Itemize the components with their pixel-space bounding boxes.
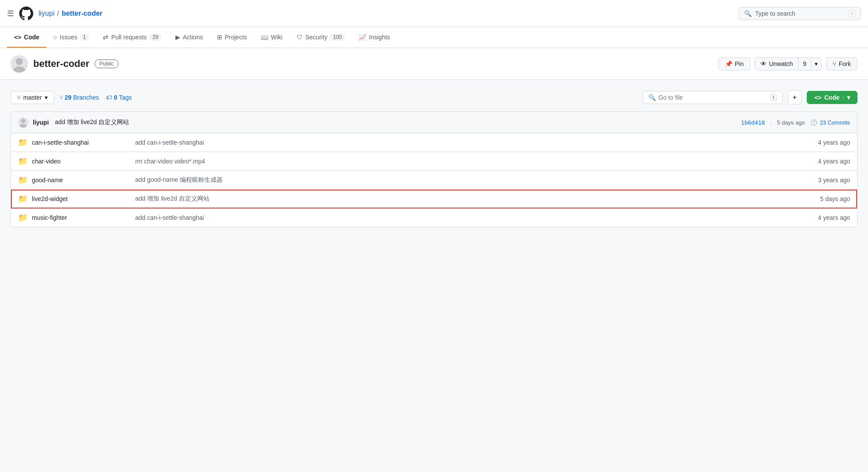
repo-name-link[interactable]: better-coder <box>62 10 102 17</box>
commits-history-link[interactable]: 🕐 23 Commits <box>810 119 850 126</box>
branch-meta: ⑂ 29 Branches 🏷 0 Tags <box>60 94 132 101</box>
pin-button[interactable]: 📌 Pin <box>718 57 750 70</box>
tab-code[interactable]: <> Code <box>7 28 46 48</box>
branch-selector[interactable]: ⑂ master ▾ <box>10 91 54 104</box>
file-commit-message: add 增加 live2d 自定义网站 <box>128 195 806 203</box>
unwatch-dropdown[interactable]: ▾ <box>811 58 821 70</box>
file-name: good-name <box>32 177 128 184</box>
add-file-button[interactable]: + <box>788 90 802 104</box>
commit-avatar <box>18 117 28 128</box>
security-badge: 100 <box>330 34 345 41</box>
projects-tab-icon: ⊞ <box>217 34 222 41</box>
search-box[interactable]: 🔍 Type to search / <box>738 7 861 20</box>
tab-wiki[interactable]: 📖 Wiki <box>254 28 289 48</box>
issues-tab-label: Issues <box>60 34 77 41</box>
table-row[interactable]: 📁 char-video rm char-video video*.mp4 4 … <box>11 152 857 171</box>
code-icon: <> <box>814 94 822 101</box>
actions-tab-icon: ▶ <box>175 34 180 41</box>
folder-icon: 📁 <box>18 138 28 147</box>
branch-icon: ⑂ <box>17 94 21 101</box>
table-row[interactable]: 📁 music-fighter add can-i-settle-shangha… <box>11 208 857 227</box>
issues-badge: 1 <box>80 34 89 41</box>
file-commit-message: add good-name 编程昵称生成器 <box>128 176 806 184</box>
goto-shortcut: t <box>770 94 777 101</box>
insights-tab-icon: 📈 <box>359 34 366 41</box>
avatar <box>10 55 28 73</box>
table-row[interactable]: 📁 can-i-settle-shanghai add can-i-settle… <box>11 133 857 152</box>
go-to-file-box[interactable]: 🔍 t <box>643 91 783 104</box>
tab-projects[interactable]: ⊞ Projects <box>210 28 254 48</box>
hamburger-icon[interactable]: ☰ <box>7 9 14 18</box>
svg-point-2 <box>21 119 25 123</box>
search-placeholder-text: Type to search <box>755 10 845 17</box>
file-table: liyupi add 增加 live2d 自定义网站 1b6d418 · 5 d… <box>10 111 858 227</box>
folder-icon: 📁 <box>18 213 28 222</box>
file-time: 4 years ago <box>806 214 850 221</box>
repo-actions: 📌 Pin 👁 Unwatch 9 ▾ ⑂ Fork <box>718 57 858 70</box>
file-name: live2d-widget <box>32 195 128 202</box>
folder-icon: 📁 <box>18 194 28 204</box>
tab-pull-requests[interactable]: ⇄ Pull requests 29 <box>96 27 168 48</box>
svg-point-1 <box>13 66 25 73</box>
table-row[interactable]: 📁 good-name add good-name 编程昵称生成器 3 year… <box>11 171 857 190</box>
fork-icon: ⑂ <box>833 60 836 67</box>
issues-tab-icon: ○ <box>53 34 57 41</box>
tab-security[interactable]: 🛡 Security 100 <box>290 28 352 48</box>
table-row[interactable]: 📁 live2d-widget add 增加 live2d 自定义网站 5 da… <box>11 190 857 208</box>
pr-tab-icon: ⇄ <box>103 33 108 41</box>
file-name-link[interactable]: live2d-widget <box>32 195 68 202</box>
svg-point-0 <box>16 58 23 65</box>
unwatch-count[interactable]: 9 <box>798 58 811 70</box>
file-name: char-video <box>32 158 128 165</box>
branches-link[interactable]: ⑂ 29 Branches <box>60 94 99 101</box>
commit-row: liyupi add 增加 live2d 自定义网站 1b6d418 · 5 d… <box>11 112 857 133</box>
top-nav: ☰ liyupi / better-coder 🔍 Type to search… <box>0 0 868 27</box>
insights-tab-label: Insights <box>369 34 390 41</box>
branch-dropdown-icon: ▾ <box>45 94 48 101</box>
file-commit-message: rm char-video video*.mp4 <box>128 158 806 165</box>
repo-title: better-coder <box>33 58 89 69</box>
folder-icon: 📁 <box>18 156 28 166</box>
file-time: 5 days ago <box>806 195 850 202</box>
tags-link[interactable]: 🏷 0 Tags <box>106 94 132 101</box>
fork-button[interactable]: ⑂ Fork <box>826 57 858 70</box>
commit-hash[interactable]: 1b6d418 <box>741 119 765 126</box>
tab-issues[interactable]: ○ Issues 1 <box>46 28 96 48</box>
search-icon: 🔍 <box>648 94 656 101</box>
commit-meta: 1b6d418 · 5 days ago 🕐 23 Commits <box>741 119 850 126</box>
wiki-tab-icon: 📖 <box>261 34 268 41</box>
eye-icon: 👁 <box>760 60 766 67</box>
file-name-link[interactable]: good-name <box>32 177 63 184</box>
actions-tab-label: Actions <box>183 34 203 41</box>
repo-header: better-coder Public 📌 Pin 👁 Unwatch 9 ▾ … <box>0 48 868 80</box>
svg-point-3 <box>19 124 27 128</box>
visibility-badge: Public <box>94 59 119 68</box>
file-name: can-i-settle-shanghai <box>32 139 128 146</box>
code-button[interactable]: <> Code ▾ <box>807 91 858 104</box>
file-name: music-fighter <box>32 214 128 221</box>
pr-badge: 29 <box>149 34 161 41</box>
tab-insights[interactable]: 📈 Insights <box>352 28 397 48</box>
repo-nav: <> Code ○ Issues 1 ⇄ Pull requests 29 ▶ … <box>0 27 868 48</box>
breadcrumb-separator: / <box>57 10 59 17</box>
go-to-file-input[interactable] <box>658 94 770 101</box>
branch-meta-icon: ⑂ <box>60 94 63 101</box>
search-shortcut: / <box>849 10 855 17</box>
github-logo-icon <box>19 7 33 21</box>
repo-owner-link[interactable]: liyupi <box>38 10 54 17</box>
file-name-link[interactable]: can-i-settle-shanghai <box>32 139 89 146</box>
file-time: 3 years ago <box>806 177 850 184</box>
commit-separator: · <box>770 119 772 126</box>
unwatch-button[interactable]: 👁 Unwatch <box>755 58 798 70</box>
code-tab-icon: <> <box>14 34 21 41</box>
file-name-link[interactable]: char-video <box>32 158 60 165</box>
branch-name: master <box>23 94 42 101</box>
code-dropdown-icon: ▾ <box>843 94 850 101</box>
commit-message: add 增加 live2d 自定义网站 <box>55 118 130 126</box>
projects-tab-label: Projects <box>225 34 247 41</box>
pin-icon: 📌 <box>725 60 732 67</box>
history-icon: 🕐 <box>810 119 817 126</box>
tab-actions[interactable]: ▶ Actions <box>168 28 210 48</box>
commit-author[interactable]: liyupi <box>33 119 49 126</box>
file-name-link[interactable]: music-fighter <box>32 214 67 221</box>
